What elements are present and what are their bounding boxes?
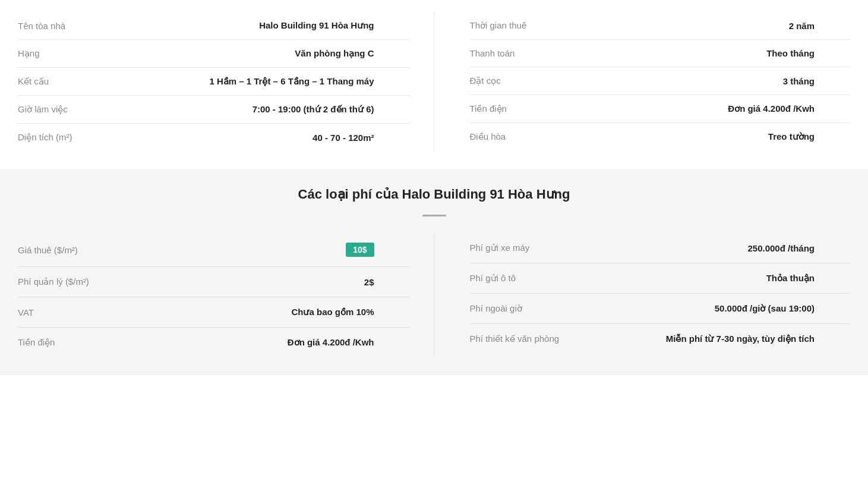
fee-value-electricity-fee: Đơn giá 4.200đ /Kwh bbox=[137, 337, 410, 348]
fee-value-overtime: 50.000đ /giờ (sau 19:00) bbox=[589, 303, 851, 314]
fee-row-car: Phí gửi ô tô Thỏa thuận bbox=[470, 263, 851, 294]
label-hours: Giờ làm việc bbox=[18, 104, 113, 115]
label-electricity: Tiền điện bbox=[470, 103, 565, 114]
fee-label-electricity-fee: Tiền điện bbox=[18, 337, 137, 348]
fee-value-car: Thỏa thuận bbox=[589, 273, 851, 284]
value-area: 40 - 70 - 120m² bbox=[113, 133, 410, 143]
fee-label-car: Phí gửi ô tô bbox=[470, 273, 589, 284]
info-row-rank: Hạng Văn phòng hạng C bbox=[18, 40, 410, 68]
label-ac: Điều hòa bbox=[470, 131, 565, 142]
info-left-column: Tên tòa nhà Halo Building 91 Hòa Hưng Hạ… bbox=[18, 12, 434, 151]
fee-label-management: Phí quản lý ($/m²) bbox=[18, 276, 137, 287]
fee-row-rent: Giá thuê ($/m²) 10$ bbox=[18, 233, 410, 267]
fee-row-vat: VAT Chưa bao gồm 10% bbox=[18, 297, 410, 328]
label-structure: Kết cấu bbox=[18, 76, 113, 87]
info-row-hours: Giờ làm việc 7:00 - 19:00 (thứ 2 đến thứ… bbox=[18, 96, 410, 124]
fee-row-design: Phí thiết kế văn phòng Miễn phí từ 7-30 … bbox=[470, 324, 851, 354]
fees-divider bbox=[18, 208, 850, 219]
label-payment: Thanh toán bbox=[470, 48, 565, 58]
fee-value-management: 2$ bbox=[137, 277, 410, 287]
fee-row-overtime: Phí ngoài giờ 50.000đ /giờ (sau 19:00) bbox=[470, 294, 851, 324]
value-payment: Theo tháng bbox=[565, 48, 851, 58]
info-row-name: Tên tòa nhà Halo Building 91 Hòa Hưng bbox=[18, 12, 410, 40]
fee-label-rent: Giá thuê ($/m²) bbox=[18, 245, 137, 255]
fees-right-column: Phí gửi xe máy 250.000đ /tháng Phí gửi ô… bbox=[434, 233, 851, 357]
fee-row-electricity-fee: Tiền điện Đơn giá 4.200đ /Kwh bbox=[18, 328, 410, 357]
info-row-electricity: Tiền điện Đơn giá 4.200đ /Kwh bbox=[470, 95, 851, 123]
fee-row-motorbike: Phí gửi xe máy 250.000đ /tháng bbox=[470, 233, 851, 263]
value-structure: 1 Hầm – 1 Trệt – 6 Tầng – 1 Thang máy bbox=[113, 76, 410, 87]
info-row-structure: Kết cấu 1 Hầm – 1 Trệt – 6 Tầng – 1 Than… bbox=[18, 68, 410, 96]
value-lease-time: 2 năm bbox=[565, 21, 851, 31]
fee-value-design: Miễn phí từ 7-30 ngày, tùy diện tích bbox=[589, 334, 851, 344]
info-grid: Tên tòa nhà Halo Building 91 Hòa Hưng Hạ… bbox=[18, 12, 850, 151]
fee-value-vat: Chưa bao gồm 10% bbox=[137, 307, 410, 317]
fees-left-column: Giá thuê ($/m²) 10$ Phí quản lý ($/m²) 2… bbox=[18, 233, 434, 357]
label-rank: Hạng bbox=[18, 48, 113, 59]
value-hours: 7:00 - 19:00 (thứ 2 đến thứ 6) bbox=[113, 104, 410, 115]
fee-label-design: Phí thiết kế văn phòng bbox=[470, 334, 589, 344]
fee-label-overtime: Phí ngoài giờ bbox=[470, 303, 589, 314]
label-lease-time: Thời gian thuê bbox=[470, 20, 565, 31]
value-rank: Văn phòng hạng C bbox=[113, 48, 410, 59]
fees-title: Các loại phí của Halo Building 91 Hòa Hư… bbox=[18, 187, 850, 202]
value-ac: Treo tường bbox=[565, 131, 851, 142]
value-deposit: 3 tháng bbox=[565, 76, 851, 86]
info-right-column: Thời gian thuê 2 năm Thanh toán Theo thá… bbox=[434, 12, 851, 151]
label-building-name: Tên tòa nhà bbox=[18, 21, 113, 31]
info-row-payment: Thanh toán Theo tháng bbox=[470, 40, 851, 67]
value-building-name: Halo Building 91 Hòa Hưng bbox=[113, 20, 410, 31]
fee-badge-rent: 10$ bbox=[346, 243, 374, 257]
info-row-ac: Điều hòa Treo tường bbox=[470, 123, 851, 150]
fee-value-motorbike: 250.000đ /tháng bbox=[589, 243, 851, 253]
info-row-deposit: Đặt cọc 3 tháng bbox=[470, 67, 851, 95]
fee-value-rent: 10$ bbox=[137, 243, 410, 257]
label-area: Diện tích (m²) bbox=[18, 132, 113, 143]
fees-grid: Giá thuê ($/m²) 10$ Phí quản lý ($/m²) 2… bbox=[18, 233, 850, 357]
fee-label-vat: VAT bbox=[18, 307, 137, 317]
fees-section: Các loại phí của Halo Building 91 Hòa Hư… bbox=[0, 169, 868, 375]
fee-row-management: Phí quản lý ($/m²) 2$ bbox=[18, 267, 410, 297]
building-info-section: Tên tòa nhà Halo Building 91 Hòa Hưng Hạ… bbox=[0, 0, 868, 169]
label-deposit: Đặt cọc bbox=[470, 76, 565, 86]
fee-label-motorbike: Phí gửi xe máy bbox=[470, 243, 589, 253]
value-electricity: Đơn giá 4.200đ /Kwh bbox=[565, 103, 851, 114]
info-row-area: Diện tích (m²) 40 - 70 - 120m² bbox=[18, 124, 410, 151]
info-row-lease-time: Thời gian thuê 2 năm bbox=[470, 12, 851, 40]
